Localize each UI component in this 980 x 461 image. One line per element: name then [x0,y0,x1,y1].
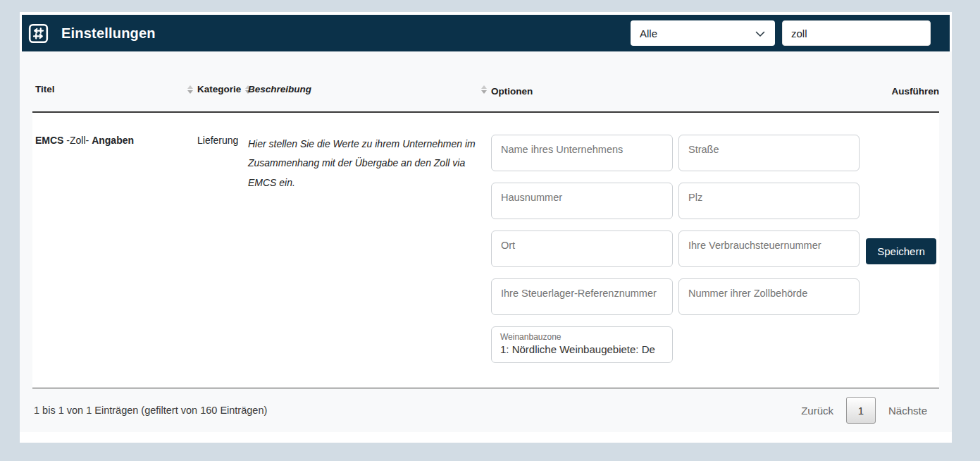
placeholder-text: Ihre Steuerlager-Referenznummer [501,288,657,299]
row-category: Lieferung [197,135,246,363]
house-number-input[interactable]: Hausnummer [491,183,673,219]
column-header-beschreibung[interactable]: Beschreibung [246,84,491,94]
page-title: Einstellungen [61,25,156,42]
entries-info: 1 bis 1 von 1 Einträgen (gefiltert von 1… [32,405,267,416]
pagination-page-1[interactable]: 1 [846,397,876,424]
row-description: Hier stellen Sie die Werte zu ihrem Unte… [246,135,491,363]
row-title-part: EMCS [35,135,63,146]
company-name-input[interactable]: Name ihres Unternehmens [491,135,673,171]
wine-zone-value: 1: Nördliche Weinbaugebiete: De [500,343,664,356]
table-row: EMCS -Zoll- Angaben Lieferung Hier stell… [32,113,939,388]
row-title-part: Angaben [92,135,134,146]
sort-icon [187,85,193,94]
row-title-part: -Zoll- [63,135,92,146]
street-input[interactable]: Straße [678,135,860,171]
placeholder-text: Ort [501,240,515,251]
placeholder-text: Name ihres Unternehmens [501,144,623,155]
settings-card: Einstellungen Alle Titel Kate [20,12,952,443]
sort-icon [481,85,487,94]
row-title: EMCS -Zoll- Angaben [32,135,197,363]
wine-zone-select[interactable]: Weinanbauzone 1: Nördliche Weinbaugebiet… [491,326,673,363]
tax-warehouse-ref-input[interactable]: Ihre Steuerlager-Referenznummer [491,278,673,315]
column-header-ausfuehren: Ausführen [860,86,939,97]
pagination: Zurück 1 Nächste [801,397,939,424]
column-label: Titel [35,84,55,94]
row-options: Name ihres Unternehmens Straße Hausnumme… [491,135,860,363]
options-form: Name ihres Unternehmens Straße Hausnumme… [491,135,860,363]
placeholder-text: Hausnummer [501,192,562,203]
pagination-next[interactable]: Nächste [888,405,927,417]
placeholder-text: Plz [688,192,702,203]
customs-office-number-input[interactable]: Nummer ihrer Zollbehörde [678,278,860,315]
column-header-kategorie[interactable]: Kategorie [197,84,246,94]
column-label: Kategorie [197,84,241,94]
header-bar: Einstellungen Alle [22,15,950,51]
placeholder-text: Straße [688,144,719,155]
placeholder-text: Nummer ihrer Zollbehörde [688,288,807,299]
column-label: Optionen [491,86,533,97]
page: Einstellungen Alle Titel Kate [0,0,980,461]
column-label: Ausführen [892,86,940,97]
wine-zone-label: Weinanbauzone [500,332,664,343]
pagination-previous[interactable]: Zurück [801,405,833,417]
table-body: EMCS -Zoll- Angaben Lieferung Hier stell… [32,113,939,388]
city-input[interactable]: Ort [491,230,673,267]
filter-select[interactable]: Alle [631,20,775,46]
search-input[interactable] [782,20,931,46]
table-header-row: Titel Kategorie Beschreibung Optionen Au… [32,51,939,113]
chevron-down-icon [755,27,765,39]
excise-number-input[interactable]: Ihre Verbrauchsteuernummer [678,230,860,267]
table-footer: 1 bis 1 von 1 Einträgen (gefiltert von 1… [32,388,939,432]
column-header-optionen: Optionen [491,86,860,97]
column-header-titel[interactable]: Titel [32,84,197,94]
settings-sliders-icon [28,23,49,44]
filter-select-value: Alle [640,27,657,39]
plz-input[interactable]: Plz [678,183,860,219]
row-actions: Speichern [860,135,939,363]
save-button[interactable]: Speichern [866,238,936,264]
column-label: Beschreibung [248,84,311,94]
table-container: Titel Kategorie Beschreibung Optionen Au… [20,51,952,432]
placeholder-text: Ihre Verbrauchsteuernummer [688,240,821,251]
